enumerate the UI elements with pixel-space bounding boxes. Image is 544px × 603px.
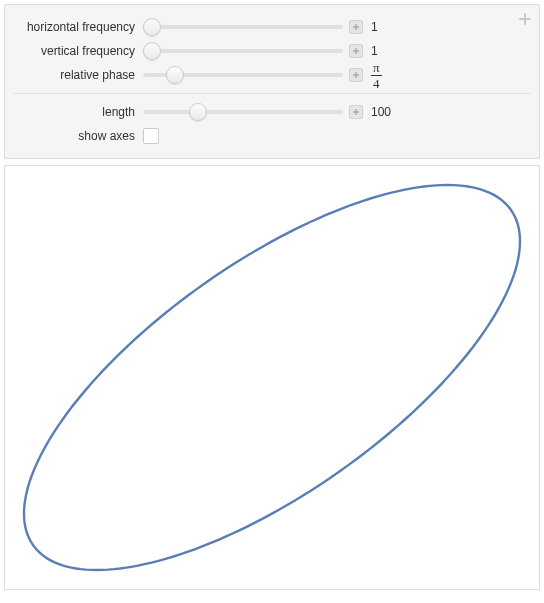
divider xyxy=(13,93,531,94)
length-slider[interactable] xyxy=(143,110,343,114)
vertical-frequency-label: vertical frequency xyxy=(13,44,143,58)
length-label: length xyxy=(13,105,143,119)
horizontal-frequency-value: 1 xyxy=(371,20,401,34)
vertical-frequency-row: vertical frequency 1 xyxy=(13,39,531,63)
relative-phase-label: relative phase xyxy=(13,68,143,82)
horizontal-frequency-expand-button[interactable] xyxy=(349,20,363,34)
relative-phase-value: π 4 xyxy=(371,61,401,90)
horizontal-frequency-slider[interactable] xyxy=(143,25,343,29)
controls-panel: horizontal frequency 1 vertical frequenc… xyxy=(4,4,540,159)
vertical-frequency-value: 1 xyxy=(371,44,401,58)
lissajous-plot xyxy=(8,169,536,586)
length-expand-button[interactable] xyxy=(349,105,363,119)
expand-panel-icon[interactable] xyxy=(517,11,533,27)
length-row: length 100 xyxy=(13,100,531,124)
show-axes-label: show axes xyxy=(13,129,143,143)
horizontal-frequency-row: horizontal frequency 1 xyxy=(13,15,531,39)
lissajous-curve xyxy=(24,185,520,570)
horizontal-frequency-label: horizontal frequency xyxy=(13,20,143,34)
length-value: 100 xyxy=(371,105,401,119)
relative-phase-row: relative phase π 4 xyxy=(13,63,531,87)
show-axes-checkbox[interactable] xyxy=(143,128,159,144)
phase-numerator: π xyxy=(371,61,382,76)
phase-denominator: 4 xyxy=(371,76,382,90)
relative-phase-slider[interactable] xyxy=(143,73,343,77)
vertical-frequency-slider[interactable] xyxy=(143,49,343,53)
relative-phase-expand-button[interactable] xyxy=(349,68,363,82)
plot-panel xyxy=(4,165,540,590)
vertical-frequency-expand-button[interactable] xyxy=(349,44,363,58)
show-axes-row: show axes xyxy=(13,124,531,148)
